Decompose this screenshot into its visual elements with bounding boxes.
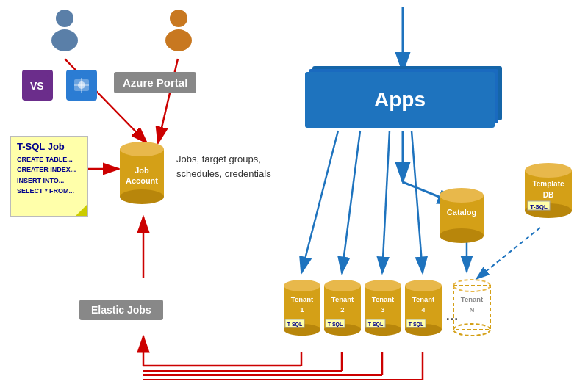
tenant2-db: Tenant 2 T-SQL	[321, 274, 364, 350]
tenant4-db: Tenant 4 T-SQL	[402, 274, 445, 350]
azure-portal-text: Azure Portal	[123, 76, 187, 89]
job-account-svg: Job Account	[116, 134, 168, 211]
apps-card-front: Apps	[305, 72, 495, 128]
svg-point-27	[56, 10, 74, 27]
svg-point-44	[440, 228, 484, 243]
svg-text:Tenant: Tenant	[331, 295, 354, 303]
svg-text:Tenant: Tenant	[291, 295, 314, 303]
svg-point-39	[120, 189, 164, 204]
svg-point-29	[170, 10, 187, 27]
apps-label: Apps	[374, 88, 426, 112]
svg-text:Tenant: Tenant	[412, 295, 435, 303]
svg-point-70	[365, 280, 401, 291]
catalog-cylinder: Catalog	[435, 182, 488, 251]
svg-point-28	[51, 29, 78, 51]
diagram: VS Azure Portal Apps T-SQL Job CREATE TA…	[0, 0, 588, 384]
tenantN-svg: Tenant N	[451, 274, 493, 347]
catalog-svg: Catalog	[435, 182, 488, 248]
svg-text:Tenant: Tenant	[372, 295, 395, 303]
elastic-jobs-text: Elastic Jobs	[91, 304, 151, 316]
svg-point-63	[324, 280, 361, 291]
tsql-note-lines: CREATE TABLE... CREATER INDEX... INSERT …	[17, 154, 82, 197]
svg-text:2: 2	[340, 305, 344, 314]
svg-point-49	[525, 163, 572, 178]
svg-point-45	[440, 188, 484, 203]
svg-point-40	[120, 142, 164, 156]
svg-text:T-SQL: T-SQL	[409, 322, 424, 327]
template-db: Template DB T-SQL	[519, 157, 578, 226]
svg-line-10	[382, 131, 390, 273]
svg-point-56	[284, 280, 320, 291]
tenant3-db: Tenant 3 T-SQL	[362, 274, 404, 350]
svg-text:Catalog: Catalog	[447, 208, 476, 217]
svg-text:VS: VS	[30, 80, 44, 92]
svg-text:DB: DB	[543, 191, 553, 199]
svg-text:Job: Job	[135, 166, 149, 175]
svg-line-8	[301, 131, 338, 273]
svg-text:T-SQL: T-SQL	[530, 203, 548, 210]
ssms-icon	[66, 70, 97, 101]
svg-line-9	[342, 131, 360, 273]
tsql-note-corner	[76, 204, 87, 216]
svg-text:Tenant: Tenant	[461, 295, 484, 303]
svg-text:4: 4	[421, 305, 426, 314]
person-developer	[46, 7, 83, 51]
job-account-cylinder: Job Account	[116, 134, 168, 214]
svg-text:N: N	[470, 305, 475, 314]
tsql-note-title: T-SQL Job	[17, 141, 82, 152]
template-db-svg: Template DB T-SQL	[519, 157, 578, 223]
azure-portal-label: Azure Portal	[114, 72, 196, 93]
svg-point-30	[165, 29, 192, 51]
svg-text:T-SQL: T-SQL	[368, 322, 384, 327]
svg-line-11	[412, 131, 423, 273]
vs-icon: VS	[22, 70, 53, 101]
tenant3-svg: Tenant 3 T-SQL	[362, 274, 404, 347]
svg-text:Template: Template	[532, 180, 564, 188]
tenant1-svg: Tenant 1 T-SQL	[281, 274, 323, 347]
svg-point-77	[405, 280, 442, 291]
tsql-note: T-SQL Job CREATE TABLE... CREATER INDEX.…	[10, 136, 88, 217]
svg-text:Account: Account	[126, 176, 158, 185]
svg-text:T-SQL: T-SQL	[328, 322, 343, 327]
svg-text:1: 1	[300, 305, 304, 314]
person-admin	[160, 7, 197, 51]
tenant2-svg: Tenant 2 T-SQL	[321, 274, 364, 347]
svg-text:T-SQL: T-SQL	[287, 322, 303, 327]
tenant1-db: Tenant 1 T-SQL	[281, 274, 323, 350]
jobs-description: Jobs, target groups, schedules, credenti…	[176, 152, 271, 181]
tenant4-svg: Tenant 4 T-SQL	[402, 274, 445, 347]
elastic-jobs-label: Elastic Jobs	[79, 300, 163, 320]
svg-text:3: 3	[381, 305, 384, 314]
tenantN-db: Tenant N	[451, 274, 493, 350]
